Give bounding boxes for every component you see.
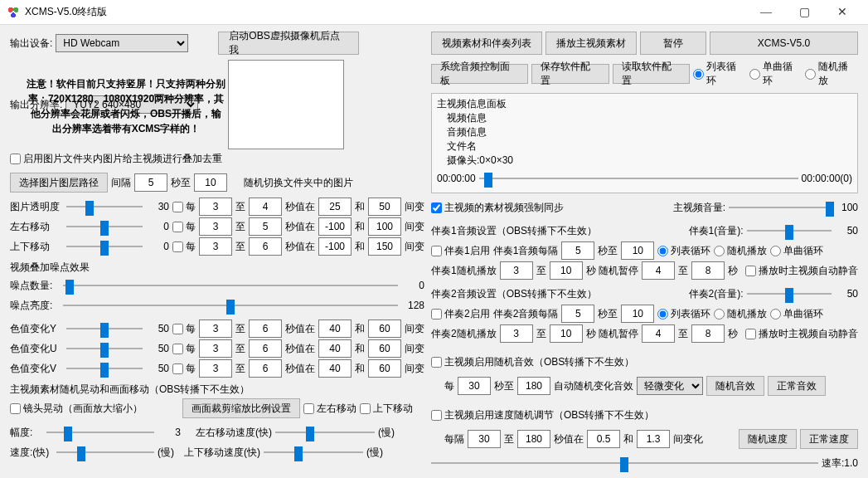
acc1-rb-input[interactable]: [550, 261, 583, 280]
pick-image-path-button[interactable]: 选择图片图层路径: [10, 173, 108, 193]
acc1-list-radio[interactable]: 列表循环: [657, 244, 710, 258]
acc2-enable-check[interactable]: 伴奏2启用: [431, 307, 490, 321]
close-button[interactable]: ✕: [823, 0, 861, 25]
hue-y-slider[interactable]: [66, 320, 143, 337]
noise-bright-slider[interactable]: [63, 297, 398, 314]
vshift-c-input[interactable]: [318, 237, 352, 256]
hshift-slider[interactable]: [66, 218, 143, 235]
hue-v-slider[interactable]: [66, 360, 143, 377]
hue-u-c-input[interactable]: [318, 339, 352, 358]
noise-count-slider[interactable]: [63, 277, 398, 294]
spd-enable-check[interactable]: 主视频启用速度随机调节（OBS转播下不生效）: [431, 408, 654, 422]
interval-a-input[interactable]: [134, 173, 167, 192]
speed-slider[interactable]: [56, 444, 154, 461]
maximize-button[interactable]: ▢: [785, 0, 823, 25]
material-list-button[interactable]: 视频素材和伴奏列表: [431, 32, 542, 55]
spd-normal-button[interactable]: 正常速度: [800, 429, 858, 449]
spd-b-input[interactable]: [517, 430, 550, 448]
sys-audio-button[interactable]: 系统音频控制面板: [431, 64, 528, 84]
start-obs-button[interactable]: 启动OBS虚拟摄像机后点我: [218, 32, 359, 55]
hshift-b-input[interactable]: [249, 217, 282, 236]
hue-v-b-input[interactable]: [249, 359, 282, 378]
hue-u-every-check[interactable]: 每: [172, 342, 196, 356]
load-config-button[interactable]: 读取软件配置: [613, 64, 691, 84]
hshift-a-input[interactable]: [199, 217, 232, 236]
acc1-single-radio[interactable]: 单曲循环: [770, 244, 823, 258]
hspeed-slider[interactable]: [275, 424, 375, 441]
hue-y-c-input[interactable]: [318, 319, 352, 338]
hue-u-b-input[interactable]: [249, 339, 282, 358]
hue-y-d-input[interactable]: [368, 319, 401, 338]
amp-slider[interactable]: [46, 424, 154, 441]
opacity-d-input[interactable]: [368, 198, 401, 216]
hshift-d-input[interactable]: [368, 217, 401, 236]
acc2-rb-input[interactable]: [550, 324, 583, 343]
afx-b-input[interactable]: [517, 377, 550, 395]
opacity-c-input[interactable]: [318, 198, 352, 216]
acc1-vol-slider[interactable]: [747, 222, 832, 239]
minimize-button[interactable]: —: [747, 0, 785, 25]
acc1-int-b-input[interactable]: [621, 241, 654, 260]
hshift-every-check[interactable]: 每: [172, 220, 196, 234]
acc2-list-radio[interactable]: 列表循环: [657, 307, 710, 321]
acc1-rand-radio[interactable]: 随机播放: [714, 244, 767, 258]
opacity-b-input[interactable]: [249, 198, 282, 216]
spd-c-input[interactable]: [587, 430, 620, 448]
hue-y-every-check[interactable]: 每: [172, 322, 196, 336]
loop-single-radio[interactable]: 单曲循环: [749, 60, 803, 88]
afx-enable-check[interactable]: 主视频启用随机音效（OBS转播下不生效）: [431, 355, 634, 369]
opacity-a-input[interactable]: [199, 198, 232, 216]
acc2-int-b-input[interactable]: [621, 305, 654, 323]
acc2-pa-input[interactable]: [642, 324, 675, 343]
hshift-c-input[interactable]: [318, 217, 352, 236]
acc1-enable-check[interactable]: 伴奏1启用: [431, 244, 490, 258]
progress-slider[interactable]: [479, 170, 798, 187]
acc1-int-a-input[interactable]: [561, 241, 594, 260]
spd-a-input[interactable]: [468, 430, 501, 448]
acc2-int-a-input[interactable]: [561, 305, 594, 323]
acc2-pb-input[interactable]: [691, 324, 725, 343]
vshift-a-input[interactable]: [199, 237, 232, 256]
acc2-single-radio[interactable]: 单曲循环: [770, 307, 823, 321]
save-config-button[interactable]: 保存软件配置: [531, 64, 609, 84]
acc1-ra-input[interactable]: [500, 261, 533, 280]
opacity-every-check[interactable]: 每: [172, 200, 196, 214]
acc2-mute-check[interactable]: 播放时主视频自动静音: [745, 327, 858, 341]
hue-u-slider[interactable]: [66, 340, 143, 357]
hue-u-d-input[interactable]: [368, 339, 401, 358]
pause-button[interactable]: 暂停: [640, 32, 706, 55]
spd-random-button[interactable]: 随机速度: [739, 429, 797, 449]
acc1-pa-input[interactable]: [642, 261, 675, 280]
overlay-enable-check[interactable]: 启用图片文件夹内图片给主视频进行叠加去重: [10, 152, 222, 166]
crop-settings-button[interactable]: 画面裁剪缩放比例设置: [182, 398, 300, 418]
rate-slider[interactable]: [431, 455, 818, 471]
app-title-button[interactable]: XCMS-V5.0: [710, 32, 858, 55]
output-device-select[interactable]: HD Webcam: [56, 34, 188, 52]
vshift-b-input[interactable]: [249, 237, 282, 256]
acc1-pb-input[interactable]: [691, 261, 725, 280]
hue-v-c-input[interactable]: [318, 359, 352, 378]
vmove-check[interactable]: 上下移动: [360, 402, 413, 416]
vshift-every-check[interactable]: 每: [172, 240, 196, 254]
afx-random-button[interactable]: 随机音效: [706, 376, 764, 396]
hue-v-d-input[interactable]: [368, 359, 401, 378]
hmove-check[interactable]: 左右移动: [303, 402, 356, 416]
play-main-button[interactable]: 播放主视频素材: [546, 32, 637, 55]
hue-y-a-input[interactable]: [199, 319, 232, 338]
acc1-mute-check[interactable]: 播放时主视频自动静音: [745, 264, 858, 278]
shake-check[interactable]: 镜头晃动（画面放大缩小）: [10, 402, 143, 416]
hue-v-a-input[interactable]: [199, 359, 232, 378]
vspeed-slider[interactable]: [264, 444, 363, 461]
afx-normal-button[interactable]: 正常音效: [768, 376, 826, 396]
loop-random-radio[interactable]: 随机播放: [805, 60, 858, 88]
vshift-slider[interactable]: [66, 238, 143, 255]
loop-list-radio[interactable]: 列表循环: [693, 60, 746, 88]
hue-y-b-input[interactable]: [249, 319, 282, 338]
afx-select[interactable]: 轻微变化: [637, 377, 703, 395]
spd-d-input[interactable]: [637, 430, 670, 448]
main-vol-slider[interactable]: [729, 199, 832, 216]
acc2-rand-radio[interactable]: 随机播放: [714, 307, 767, 321]
hue-u-a-input[interactable]: [199, 339, 232, 358]
vshift-d-input[interactable]: [368, 237, 401, 256]
hue-v-every-check[interactable]: 每: [172, 362, 196, 376]
